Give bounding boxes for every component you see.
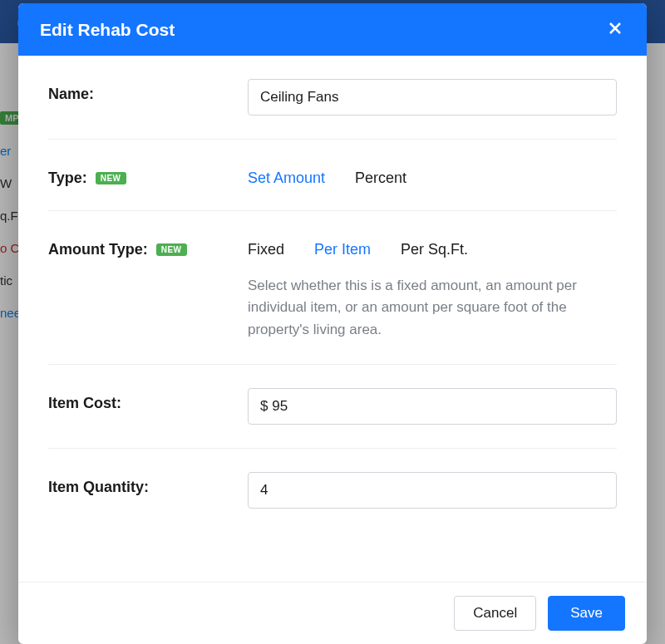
field-amount-type: Amount Type: NEW Fixed Per Item Per Sq.F… [48, 211, 617, 365]
field-type: Type: NEW Set Amount Percent [48, 140, 617, 211]
modal-body: Name: Type: NEW Set Amount Percent Amoun… [18, 56, 647, 582]
item-cost-input[interactable] [248, 388, 617, 425]
close-icon [608, 22, 622, 37]
modal-footer: Cancel Save [18, 582, 647, 644]
amount-type-label: Amount Type: [48, 241, 148, 258]
amount-type-option-per-sqft[interactable]: Per Sq.Ft. [401, 241, 468, 258]
item-cost-label: Item Cost: [48, 388, 248, 412]
name-label: Name: [48, 79, 248, 103]
amount-type-new-badge: NEW [156, 243, 187, 256]
type-option-set-amount[interactable]: Set Amount [248, 170, 325, 187]
close-button[interactable] [605, 18, 625, 41]
modal-header: Edit Rehab Cost [18, 3, 647, 56]
amount-type-help: Select whether this is a fixed amount, a… [248, 275, 617, 341]
amount-type-option-per-item[interactable]: Per Item [314, 241, 371, 258]
field-name: Name: [48, 56, 617, 140]
item-quantity-input[interactable] [248, 472, 617, 509]
edit-rehab-cost-modal: Edit Rehab Cost Name: Type: NEW Set Amou… [18, 3, 647, 644]
amount-type-option-fixed[interactable]: Fixed [248, 241, 284, 258]
type-new-badge: NEW [96, 172, 126, 184]
field-item-quantity: Item Quantity: [48, 449, 617, 532]
save-button[interactable]: Save [548, 596, 625, 631]
modal-title: Edit Rehab Cost [40, 20, 175, 40]
cancel-button[interactable]: Cancel [454, 596, 536, 631]
name-input[interactable] [248, 79, 617, 116]
item-quantity-label: Item Quantity: [48, 472, 248, 496]
field-item-cost: Item Cost: [48, 365, 617, 449]
type-option-percent[interactable]: Percent [355, 170, 406, 187]
type-label: Type: [48, 170, 87, 187]
